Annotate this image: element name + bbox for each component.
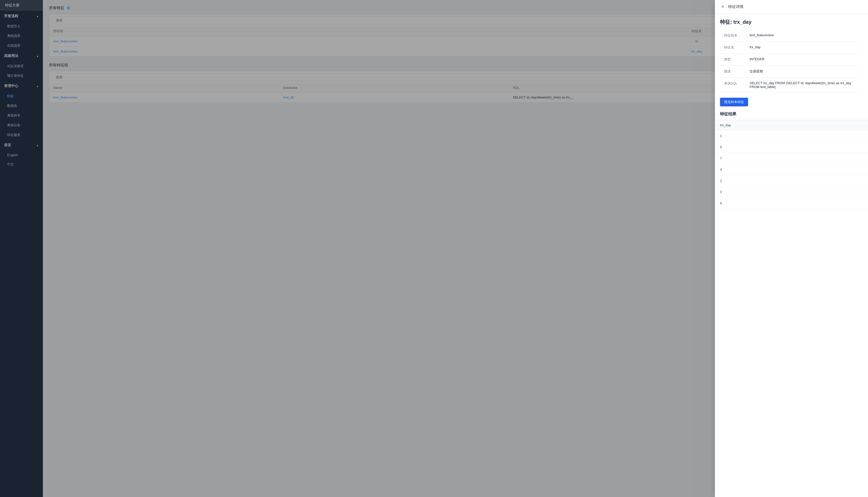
sidebar-item-sql-lab[interactable]: SQL实验室 — [0, 61, 43, 71]
detail-value-source-sql: SELECT trx_day FROM (SELECT id, dayofwee… — [745, 77, 863, 93]
chevron-up-icon: ▲ — [36, 15, 39, 18]
detail-row-source-sql: 来源SQL SELECT trx_day FROM (SELECT id, da… — [720, 77, 863, 93]
sidebar-item-chinese[interactable]: 中文 — [0, 159, 43, 169]
result-row-0: 1 — [715, 130, 868, 142]
detail-info-table: 特征组名 test_featureview 特征名 trx_day 类型 INT… — [720, 30, 863, 93]
detail-row-group-name: 特征组名 test_featureview — [720, 30, 863, 42]
sidebar-item-feature[interactable]: 特征 — [0, 91, 43, 101]
result-row-2: 7 — [715, 153, 868, 164]
close-button[interactable]: ✕ — [720, 4, 725, 9]
result-row-5: 3 — [715, 186, 868, 198]
detail-label-feature-name: 特征名 — [720, 42, 745, 54]
detail-value-type: INTEGER — [745, 54, 863, 66]
chevron-up-icon: ▲ — [36, 144, 39, 147]
sidebar-item-feature-service[interactable]: 特征服务 — [0, 130, 43, 140]
detail-row-description: 描述 交易星期 — [720, 66, 863, 77]
sidebar-item-precompute[interactable]: 预计算特征 — [0, 71, 43, 81]
sidebar-item-offline-task[interactable]: 离线任务 — [0, 120, 43, 130]
detail-panel: ✕ 特征详情 特征: trx_day 特征组名 test_featureview… — [715, 0, 868, 497]
sidebar-group-dev-flow[interactable]: 开发流程 ▲ — [0, 11, 43, 22]
sidebar-group-admin[interactable]: 管理中心 ▲ — [0, 81, 43, 91]
detail-panel-title: 特征详情 — [728, 4, 743, 9]
detail-panel-header: ✕ 特征详情 — [715, 0, 868, 14]
chevron-up-icon: ▲ — [36, 55, 39, 57]
result-row-1: 5 — [715, 142, 868, 153]
chevron-up-icon: ▲ — [36, 85, 39, 87]
sidebar-item-data-import[interactable]: 数据导入 — [0, 22, 43, 31]
detail-label-type: 类型 — [720, 54, 745, 66]
result-section-title: 特征结果 — [715, 112, 868, 120]
result-row-3: 4 — [715, 164, 868, 175]
result-row-6: 6 — [715, 198, 868, 209]
detail-label-source-sql: 来源SQL — [720, 77, 745, 93]
detail-value-group-name: test_featureview — [745, 30, 863, 42]
sidebar-item-online-scene[interactable]: 在线场景 — [0, 41, 43, 51]
sidebar-group-language[interactable]: 语言 ▲ — [0, 140, 43, 151]
sidebar-item-offline-sample[interactable]: 离线样本 — [0, 111, 43, 120]
sidebar: 特征大屏 开发流程 ▲ 数据导入 离线场景 在线场景 高级用法 ▲ SQL实验室… — [0, 0, 43, 497]
result-row-4: 2 — [715, 175, 868, 186]
detail-value-feature-name: trx_day — [745, 42, 863, 54]
preview-feature-button[interactable]: 预览样本特征 — [720, 98, 748, 106]
feature-name-title: 特征: trx_day — [715, 14, 868, 30]
sidebar-item-feature-screen[interactable]: 特征大屏 — [0, 0, 43, 11]
sidebar-item-datatable[interactable]: 数据表 — [0, 101, 43, 111]
sidebar-group-advanced[interactable]: 高级用法 ▲ — [0, 51, 43, 61]
detail-value-description: 交易星期 — [745, 66, 863, 77]
detail-row-type: 类型 INTEGER — [720, 54, 863, 66]
detail-label-description: 描述 — [720, 66, 745, 77]
sidebar-item-english[interactable]: English — [0, 151, 43, 159]
result-column-header: trx_day — [715, 120, 868, 130]
sidebar-item-offline-scene[interactable]: 离线场景 — [0, 31, 43, 41]
detail-label-group-name: 特征组名 — [720, 30, 745, 42]
detail-row-feature-name: 特征名 trx_day — [720, 42, 863, 54]
